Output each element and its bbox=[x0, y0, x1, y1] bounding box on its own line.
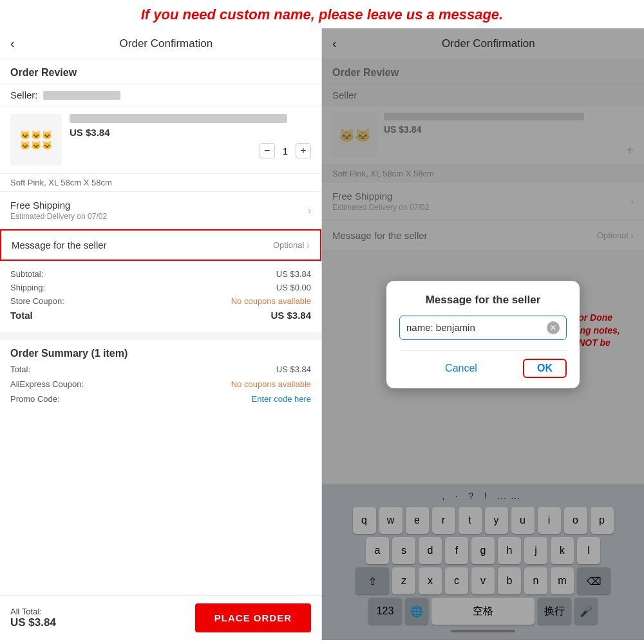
seller-name-blurred bbox=[43, 91, 120, 100]
summary-total-row: Total: US $3.84 bbox=[0, 362, 321, 377]
subtotal-value: US $3.84 bbox=[276, 269, 311, 279]
qty-decrease-button[interactable]: − bbox=[260, 143, 275, 158]
summary-promo-row: Promo Code: Enter code here bbox=[0, 392, 321, 406]
dialog-ok-button[interactable]: OK bbox=[523, 359, 567, 378]
banner-text: If you need custom name, please leave us… bbox=[141, 6, 503, 23]
product-price: US $3.84 bbox=[70, 127, 311, 138]
all-total-label: All Total: bbox=[10, 607, 56, 616]
total-row: Total US $3.84 bbox=[10, 310, 311, 321]
dialog-buttons: Cancel OK bbox=[399, 350, 567, 378]
place-order-button[interactable]: PLACE ORDER bbox=[195, 603, 311, 632]
qty-value: 1 bbox=[283, 146, 288, 156]
message-chevron-icon: › bbox=[307, 240, 310, 251]
shipping-price-value: US $0.00 bbox=[276, 283, 311, 292]
product-variant: Soft Pink, XL 58cm X 58cm bbox=[0, 174, 321, 192]
coupon-label: Store Coupon: bbox=[10, 296, 64, 306]
left-bottom-bar: All Total: US $3.84 PLACE ORDER bbox=[0, 595, 321, 640]
product-info: US $3.84 − 1 + bbox=[70, 114, 311, 158]
left-order-review-label: Order Review bbox=[0, 59, 321, 84]
shipping-chevron-icon: › bbox=[308, 205, 311, 216]
summary-ali-coupon-row: AliExpress Coupon: No coupons available bbox=[0, 377, 321, 392]
left-nav-bar: ‹ Order Confirmation bbox=[0, 28, 321, 59]
price-summary: Subtotal: US $3.84 Shipping: US $0.00 St… bbox=[0, 261, 321, 332]
dialog-input-field[interactable] bbox=[406, 322, 547, 333]
dialog-title: Message for the seller bbox=[399, 294, 567, 307]
left-seller-row: Seller: bbox=[0, 84, 321, 106]
quantity-row: − 1 + bbox=[70, 143, 311, 158]
message-dialog: Message for the seller ✕ Cancel OK bbox=[386, 281, 580, 388]
left-nav-title: Order Confirmation bbox=[21, 37, 311, 50]
left-back-button[interactable]: ‹ bbox=[10, 36, 15, 51]
total-label: Total bbox=[10, 310, 33, 321]
shipping-title: Free Shipping bbox=[10, 200, 107, 211]
shipping-price-label: Shipping: bbox=[10, 283, 45, 292]
all-total-price: US $3.84 bbox=[10, 616, 56, 629]
subtotal-label: Subtotal: bbox=[10, 269, 43, 279]
dialog-overlay: Message for the seller ✕ Cancel OK bbox=[322, 28, 644, 640]
order-summary-label: Order Summary (1 item) bbox=[0, 336, 321, 362]
product-title-blurred bbox=[70, 114, 287, 123]
product-thumbnail: 🐱🐱🐱 🐱🐱🐱 bbox=[10, 114, 62, 166]
left-message-label: Message for the seller bbox=[12, 240, 107, 251]
qty-increase-button[interactable]: + bbox=[296, 143, 311, 158]
coupon-row: Store Coupon: No coupons available bbox=[10, 296, 311, 306]
dialog-cancel-button[interactable]: Cancel bbox=[399, 359, 523, 378]
shipping-info: Free Shipping Estimated Delivery on 07/0… bbox=[10, 200, 107, 221]
all-total-container: All Total: US $3.84 bbox=[10, 607, 56, 629]
dialog-input-row: ✕ bbox=[399, 316, 567, 340]
left-product-row: 🐱🐱🐱 🐱🐱🐱 US $3.84 − 1 + bbox=[0, 106, 321, 174]
coupon-value[interactable]: No coupons available bbox=[231, 296, 311, 306]
left-panel: ‹ Order Confirmation Order Review Seller… bbox=[0, 28, 322, 640]
shipping-price-row: Shipping: US $0.00 bbox=[10, 283, 311, 292]
subtotal-row: Subtotal: US $3.84 bbox=[10, 269, 311, 279]
left-message-row[interactable]: Message for the seller Optional › bbox=[0, 229, 321, 261]
left-message-optional: Optional › bbox=[273, 240, 310, 251]
right-panel: ‹ Order Confirmation Order Review Seller… bbox=[322, 28, 644, 640]
total-value: US $3.84 bbox=[270, 310, 311, 321]
dialog-clear-button[interactable]: ✕ bbox=[547, 321, 560, 334]
left-shipping-row[interactable]: Free Shipping Estimated Delivery on 07/0… bbox=[0, 192, 321, 229]
seller-label: Seller: bbox=[10, 90, 38, 100]
top-banner: If you need custom name, please leave us… bbox=[0, 0, 644, 28]
shipping-subtitle: Estimated Delivery on 07/02 bbox=[10, 212, 107, 221]
